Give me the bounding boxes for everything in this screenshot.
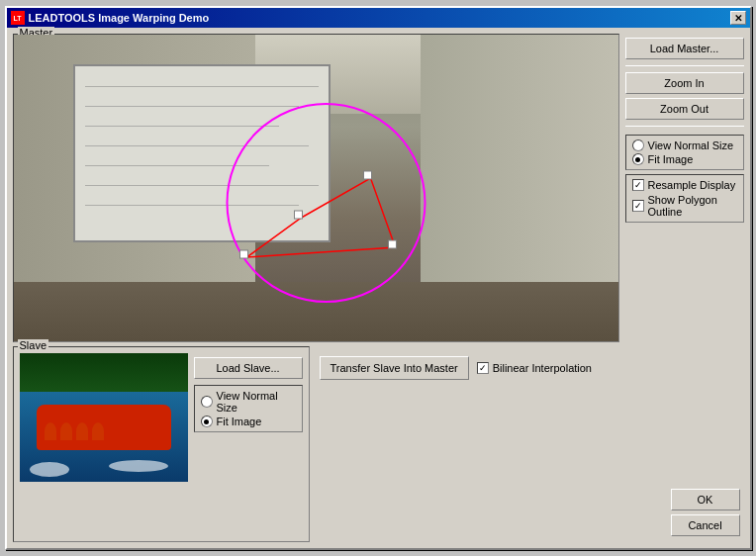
person <box>60 422 72 440</box>
wb-line <box>85 145 309 146</box>
wb-line <box>85 106 299 107</box>
master-section: Master <box>13 34 744 342</box>
room-background <box>14 35 618 341</box>
load-slave-button[interactable]: Load Slave... <box>194 357 303 379</box>
radio-dot <box>204 419 209 424</box>
window-body: Master <box>7 28 750 548</box>
main-window: LT LEADTOOLS Image Warping Demo ✕ Master <box>5 6 752 550</box>
fit-image-radio-item[interactable]: Fit Image <box>632 153 737 165</box>
slave-section: Slave <box>13 346 310 542</box>
close-button[interactable]: ✕ <box>730 11 746 25</box>
whiteboard-content <box>75 66 329 240</box>
right-panel: Transfer Slave Into Master ✓ Bilinear In… <box>316 346 744 542</box>
checkmark-icon: ✓ <box>634 202 642 211</box>
person <box>45 422 56 440</box>
resample-display-item[interactable]: ✓ Resample Display <box>632 179 737 191</box>
bilinear-item[interactable]: ✓ Bilinear Interpolation <box>477 362 592 374</box>
view-normal-radio-item[interactable]: View Normal Size <box>632 139 737 151</box>
slave-view-normal-item[interactable]: View Normal Size <box>201 390 296 414</box>
slave-fit-image-label: Fit Image <box>217 416 262 427</box>
master-options-group: ✓ Resample Display ✓ Show Polygon Outlin… <box>625 174 744 223</box>
window-title: LEADTOOLS Image Warping Demo <box>29 12 210 24</box>
wb-line <box>85 126 279 127</box>
slave-image-area <box>20 353 188 482</box>
app-icon: LT <box>11 11 25 25</box>
cancel-button[interactable]: Cancel <box>671 514 740 536</box>
checkmark-icon: ✓ <box>479 364 487 373</box>
ok-button[interactable]: OK <box>671 489 740 510</box>
slave-fit-image-radio[interactable] <box>201 416 213 427</box>
radio-dot <box>635 157 640 162</box>
show-polygon-label: Show Polygon Outline <box>648 194 737 218</box>
resample-display-checkbox[interactable]: ✓ <box>632 179 644 191</box>
slave-inner: Load Slave... View Normal Size <box>14 347 309 541</box>
spacer <box>320 386 740 483</box>
load-master-button[interactable]: Load Master... <box>625 38 744 59</box>
checkmark-icon: ✓ <box>634 181 642 190</box>
separator <box>625 65 744 66</box>
wb-line <box>85 165 269 166</box>
rafting-background <box>20 353 188 482</box>
slave-view-mode-group: View Normal Size Fit Image <box>194 385 303 432</box>
zoom-out-button[interactable]: Zoom Out <box>625 98 744 120</box>
resample-display-label: Resample Display <box>648 179 736 191</box>
master-image-area <box>14 35 618 341</box>
master-frame: Master <box>13 34 619 342</box>
wb-line <box>85 86 319 87</box>
view-normal-radio[interactable] <box>632 139 644 151</box>
fit-image-radio[interactable] <box>632 153 644 165</box>
floor <box>14 282 618 341</box>
people <box>45 422 104 440</box>
slave-fit-image-item[interactable]: Fit Image <box>201 416 296 427</box>
wb-line <box>85 205 299 206</box>
whiteboard <box>73 64 331 242</box>
bottom-section: Slave <box>13 346 744 542</box>
view-normal-label: View Normal Size <box>648 139 734 151</box>
zoom-in-button[interactable]: Zoom In <box>625 72 744 94</box>
person <box>92 422 104 440</box>
slave-view-normal-label: View Normal Size <box>217 390 296 414</box>
bottom-buttons: OK Cancel <box>320 489 740 536</box>
show-polygon-item[interactable]: ✓ Show Polygon Outline <box>632 194 737 218</box>
master-controls: Load Master... Zoom In Zoom Out View Nor… <box>625 34 744 342</box>
master-view-mode-group: View Normal Size Fit Image <box>625 135 744 170</box>
person <box>76 422 88 440</box>
transfer-slave-button[interactable]: Transfer Slave Into Master <box>320 356 469 380</box>
slave-controls: Load Slave... View Normal Size <box>194 353 303 535</box>
separator <box>625 126 744 127</box>
slave-view-normal-radio[interactable] <box>201 396 213 408</box>
bilinear-label: Bilinear Interpolation <box>493 362 592 374</box>
bilinear-checkbox[interactable]: ✓ <box>477 362 489 374</box>
white-water <box>20 455 188 482</box>
slave-label: Slave <box>18 339 49 351</box>
fit-image-label: Fit Image <box>648 153 694 165</box>
transfer-row: Transfer Slave Into Master ✓ Bilinear In… <box>320 356 740 380</box>
show-polygon-checkbox[interactable]: ✓ <box>632 200 644 212</box>
title-bar: LT LEADTOOLS Image Warping Demo ✕ <box>7 8 750 28</box>
wb-line <box>85 185 319 186</box>
